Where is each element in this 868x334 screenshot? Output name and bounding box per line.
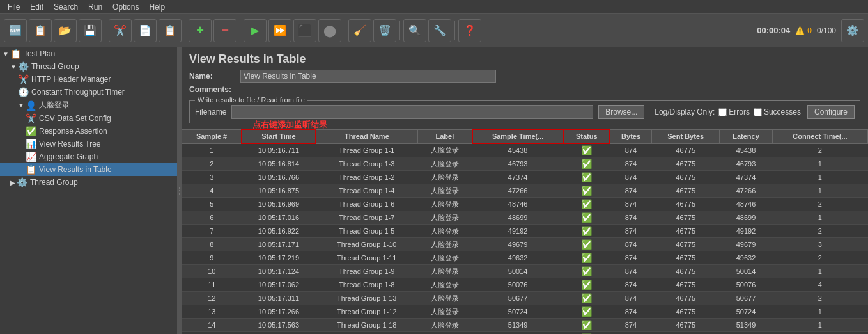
- settings-button[interactable]: ⚙️: [841, 19, 864, 42]
- table-row[interactable]: 3 10:05:16.766 Thread Group 1-2 人脸登录 473…: [182, 171, 868, 184]
- cell-sample-time: 50014: [472, 265, 564, 278]
- search-button[interactable]: 🔍: [403, 19, 426, 42]
- table-row[interactable]: 11 10:05:17.062 Thread Group 1-8 人脸登录 50…: [182, 278, 868, 292]
- separator-4: [345, 21, 345, 40]
- clearall-button[interactable]: 🗑️: [373, 19, 396, 42]
- cell-sent-bytes: 46775: [652, 225, 720, 238]
- tree-item-aggregate-graph[interactable]: 📈 Aggregate Graph: [0, 150, 177, 163]
- shutdown-button[interactable]: ⬤: [318, 19, 341, 42]
- tree-item-constant-timer[interactable]: 🕐 Constant Throughput Timer: [0, 86, 177, 99]
- menu-edit[interactable]: Edit: [25, 1, 49, 13]
- errors-checkbox[interactable]: [718, 108, 727, 116]
- tree-label-thread-group-2: Thread Group: [30, 178, 78, 187]
- table-row[interactable]: 1 10:05:16.711 Thread Group 1-1 人脸登录 454…: [182, 143, 868, 157]
- annotation-text: 点右键添加监听结果: [252, 119, 327, 131]
- cell-thread-name: Thread Group 1-12: [316, 305, 418, 319]
- tree-item-http-header[interactable]: ✂️ HTTP Header Manager: [0, 73, 177, 86]
- cell-connect-time: 2: [772, 251, 867, 265]
- cell-connect-time: 1: [772, 265, 867, 278]
- tree-item-test-plan[interactable]: ▼ 📋 Test Plan: [0, 47, 177, 60]
- open-button[interactable]: 📂: [54, 19, 77, 42]
- table-row[interactable]: 10 10:05:17.124 Thread Group 1-9 人脸登录 50…: [182, 265, 868, 278]
- menu-help[interactable]: Help: [144, 1, 170, 13]
- toggle-test-plan[interactable]: ▼: [3, 51, 9, 58]
- toggle-thread-group-2[interactable]: ▶: [10, 179, 15, 186]
- table-row[interactable]: 5 10:05:16.969 Thread Group 1-6 人脸登录 487…: [182, 198, 868, 211]
- tree-item-response-assertion[interactable]: ✅ Response Assertion: [0, 125, 177, 138]
- status-ok-icon: ✅: [581, 266, 592, 276]
- cell-sample-time: 48746: [472, 198, 564, 211]
- status-ok-icon: ✅: [581, 226, 592, 236]
- cell-sent-bytes: 46775: [652, 305, 720, 319]
- cell-start-time: 10:05:16.969: [242, 198, 316, 211]
- cell-status: ✅: [564, 157, 610, 171]
- errors-checkbox-label[interactable]: Errors: [718, 107, 750, 116]
- menu-run[interactable]: Run: [83, 1, 107, 13]
- cell-sample-time: 46793: [472, 157, 564, 171]
- menu-options[interactable]: Options: [107, 1, 144, 13]
- col-connect-time: Connect Time(...: [772, 129, 867, 143]
- filename-input[interactable]: [231, 105, 593, 119]
- paste-button[interactable]: 📋: [159, 19, 182, 42]
- table-header: Sample # Start Time Thread Name Label Sa…: [182, 129, 868, 143]
- table-row[interactable]: 8 10:05:17.171 Thread Group 1-10 人脸登录 49…: [182, 238, 868, 251]
- menu-search[interactable]: Search: [49, 1, 83, 13]
- save-button[interactable]: 💾: [79, 19, 102, 42]
- remote-button[interactable]: 🔧: [428, 19, 451, 42]
- help-button[interactable]: ❓: [458, 19, 481, 42]
- run-button[interactable]: ▶: [244, 19, 267, 42]
- remove-button[interactable]: −: [213, 19, 236, 42]
- table-row[interactable]: 9 10:05:17.219 Thread Group 1-11 人脸登录 49…: [182, 251, 868, 265]
- table-row[interactable]: 2 10:05:16.814 Thread Group 1-3 人脸登录 467…: [182, 157, 868, 171]
- tree-item-view-results-tree[interactable]: 📊 View Results Tree: [0, 138, 177, 150]
- table-row[interactable]: 12 10:05:17.311 Thread Group 1-13 人脸登录 5…: [182, 292, 868, 305]
- new-button[interactable]: 🆕: [4, 19, 27, 42]
- cell-start-time: 10:05:16.922: [242, 225, 316, 238]
- tree-item-thread-group-1[interactable]: ▼ ⚙️ Thread Group: [0, 60, 177, 73]
- cell-label: 人脸登录: [418, 225, 472, 238]
- table-row[interactable]: 13 10:05:17.266 Thread Group 1-12 人脸登录 5…: [182, 305, 868, 319]
- cell-label: 人脸登录: [418, 251, 472, 265]
- table-row[interactable]: 6 10:05:17.016 Thread Group 1-7 人脸登录 486…: [182, 211, 868, 225]
- cell-label: 人脸登录: [418, 171, 472, 184]
- table-row[interactable]: 14 10:05:17.563 Thread Group 1-18 人脸登录 5…: [182, 319, 868, 332]
- status-ok-icon: ✅: [581, 186, 592, 196]
- tree-item-face-login[interactable]: ▼ 👤 人脸登录: [0, 99, 177, 112]
- stop-button[interactable]: ⬛: [293, 19, 316, 42]
- header-row: Sample # Start Time Thread Name Label Sa…: [182, 129, 868, 143]
- results-table-container[interactable]: Sample # Start Time Thread Name Label Sa…: [182, 129, 868, 334]
- separator-6: [454, 21, 455, 40]
- cell-label: 人脸登录: [418, 332, 472, 335]
- successes-checkbox-label[interactable]: Successes: [754, 107, 801, 116]
- successes-checkbox[interactable]: [754, 108, 762, 116]
- tree-item-thread-group-2[interactable]: ▶ ⚙️ Thread Group: [0, 176, 177, 189]
- tree-item-view-results-table[interactable]: 📋 View Results in Table: [0, 163, 177, 176]
- toggle-thread-group-1[interactable]: ▼: [10, 63, 17, 70]
- tree-item-csv-data[interactable]: ✂️ CSV Data Set Config: [0, 112, 177, 125]
- cell-connect-time: 2: [772, 143, 867, 157]
- name-input[interactable]: [240, 70, 496, 83]
- table-row[interactable]: 4 10:05:16.875 Thread Group 1-4 人脸登录 472…: [182, 184, 868, 198]
- status-ok-icon: ✅: [581, 239, 592, 250]
- configure-button[interactable]: Configure: [807, 105, 855, 119]
- cell-sample-time: 50076: [472, 278, 564, 292]
- start-no-pauses-button[interactable]: ⏩: [268, 19, 291, 42]
- table-row[interactable]: 15 10:05:17.375 Thread Group 1-14 人脸登录 5…: [182, 332, 868, 335]
- copy-button[interactable]: 📄: [134, 19, 157, 42]
- table-row[interactable]: 7 10:05:16.922 Thread Group 1-5 人脸登录 491…: [182, 225, 868, 238]
- cell-sample: 3: [182, 171, 242, 184]
- clear-button[interactable]: 🧹: [348, 19, 371, 42]
- cell-sample-time: 50677: [472, 292, 564, 305]
- templates-button[interactable]: 📋: [29, 19, 52, 42]
- cell-bytes: 874: [610, 143, 652, 157]
- add-button[interactable]: +: [189, 19, 212, 42]
- cell-sample: 7: [182, 225, 242, 238]
- cut-button[interactable]: ✂️: [109, 19, 132, 42]
- cell-sample: 13: [182, 305, 242, 319]
- toggle-face-login[interactable]: ▼: [18, 102, 24, 109]
- cell-thread-name: Thread Group 1-14: [316, 332, 418, 335]
- browse-button[interactable]: Browse...: [598, 105, 644, 119]
- menu-file[interactable]: File: [3, 1, 25, 13]
- col-label: Label: [418, 129, 472, 143]
- cell-thread-name: Thread Group 1-9: [316, 265, 418, 278]
